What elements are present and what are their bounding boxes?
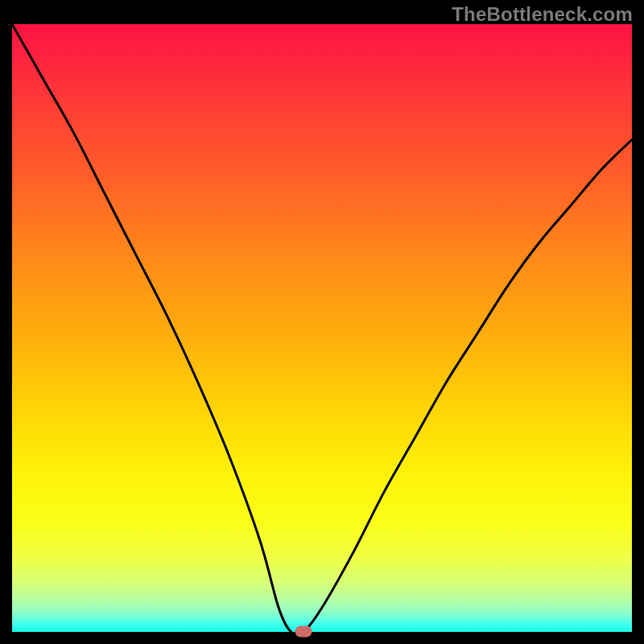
curve-path bbox=[12, 24, 632, 635]
attribution-label: TheBottleneck.com bbox=[452, 3, 633, 26]
plot-area bbox=[12, 24, 632, 632]
bottleneck-curve bbox=[12, 24, 632, 632]
minimum-marker bbox=[295, 626, 312, 637]
chart-frame: TheBottleneck.com bbox=[0, 0, 644, 644]
